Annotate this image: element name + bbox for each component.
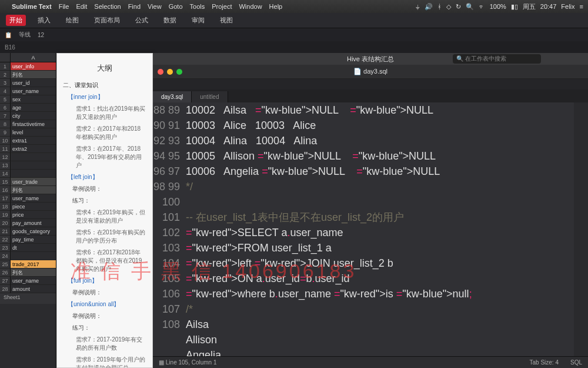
- row-header[interactable]: 10: [0, 137, 11, 145]
- ribbon-tab-view[interactable]: 视图: [216, 15, 236, 26]
- outline-item[interactable]: 需求8：2019年每个用户的支付和退款金额汇总: [57, 354, 152, 368]
- row-header[interactable]: 3: [0, 79, 11, 87]
- cell[interactable]: 列名: [11, 71, 56, 79]
- cell[interactable]: user_trade: [11, 178, 56, 186]
- cell[interactable]: user_name: [11, 277, 56, 285]
- menu-find[interactable]: Find: [128, 3, 141, 10]
- status-language[interactable]: SQL: [570, 359, 582, 366]
- row-header[interactable]: 4: [0, 87, 11, 95]
- cell[interactable]: [11, 153, 56, 161]
- table-row[interactable]: 24: [0, 252, 56, 260]
- table-row[interactable]: 3user_id: [0, 79, 56, 87]
- cell[interactable]: age: [11, 104, 56, 112]
- tab-day3[interactable]: day3.sql: [153, 91, 192, 102]
- table-row[interactable]: 7city: [0, 112, 56, 120]
- outline-item[interactable]: 练习：: [57, 322, 152, 334]
- volume-icon[interactable]: 🔊: [425, 3, 433, 11]
- row-header[interactable]: 22: [0, 236, 11, 244]
- row-header[interactable]: 21: [0, 227, 11, 236]
- menu-tools[interactable]: Tools: [190, 3, 205, 10]
- row-header[interactable]: 14: [0, 170, 11, 178]
- bluetooth-icon[interactable]: ᚼ: [437, 3, 442, 10]
- row-header[interactable]: 15: [0, 178, 11, 186]
- minimap[interactable]: [574, 102, 588, 356]
- cell[interactable]: [11, 161, 56, 170]
- outline-item[interactable]: 练习：: [57, 195, 152, 207]
- cell[interactable]: dt: [11, 244, 56, 252]
- row-header[interactable]: 18: [0, 203, 11, 211]
- table-row[interactable]: 22pay_time: [0, 236, 56, 244]
- wifi2-icon[interactable]: ᯤ: [479, 3, 485, 10]
- outline-item[interactable]: 需求7：2017-2019年有交易的所有用户数: [57, 334, 152, 354]
- menu-selection[interactable]: Selection: [94, 3, 121, 10]
- table-row[interactable]: 19price: [0, 211, 56, 219]
- row-header[interactable]: 20: [0, 219, 11, 227]
- row-header[interactable]: 11: [0, 145, 11, 153]
- select-all-corner[interactable]: [0, 53, 11, 62]
- cell[interactable]: pay_time: [11, 236, 56, 244]
- menu-project[interactable]: Project: [212, 3, 232, 10]
- ribbon-tab-data[interactable]: 数据: [160, 15, 180, 26]
- outline-item[interactable]: 二、课堂知识: [57, 79, 152, 91]
- battery-icon[interactable]: ▮▯: [511, 3, 518, 11]
- row-header[interactable]: 12: [0, 153, 11, 161]
- table-row[interactable]: 9level: [0, 128, 56, 137]
- outline-item[interactable]: 【inner join】: [57, 91, 152, 103]
- menu-window[interactable]: Window: [239, 3, 262, 10]
- row-header[interactable]: 7: [0, 112, 11, 120]
- cell[interactable]: sex: [11, 95, 56, 104]
- spotlight-icon[interactable]: 🔍: [466, 3, 474, 11]
- code-content[interactable]: 10002 Ailsa ="kw-blue">NULL ="kw-blue">N…: [186, 102, 574, 356]
- ribbon-tab-insert[interactable]: 插入: [34, 15, 54, 26]
- outline-item[interactable]: 需求3：在2017年、2018年、2019年都有交易的用户: [57, 143, 152, 171]
- cell[interactable]: 列名: [11, 186, 56, 194]
- row-header[interactable]: 27: [0, 277, 11, 285]
- paste-icon[interactable]: 📋: [5, 32, 12, 38]
- menu-edit[interactable]: Edit: [76, 3, 87, 10]
- ribbon-tab-review[interactable]: 审阅: [188, 15, 208, 26]
- user-label[interactable]: Felix: [561, 3, 574, 10]
- row-header[interactable]: 1: [0, 62, 11, 71]
- row-header[interactable]: 17: [0, 194, 11, 203]
- table-row[interactable]: 16列名: [0, 186, 56, 194]
- tab-untitled[interactable]: untitled: [192, 91, 228, 102]
- ribbon-tab-formula[interactable]: 公式: [132, 15, 152, 26]
- table-row[interactable]: 4user_name: [0, 87, 56, 95]
- table-row[interactable]: 14: [0, 170, 56, 178]
- cell[interactable]: extra1: [11, 137, 56, 145]
- table-row[interactable]: 12: [0, 153, 56, 161]
- zoom-icon[interactable]: [176, 69, 182, 75]
- table-row[interactable]: 23dt: [0, 244, 56, 252]
- row-header[interactable]: 5: [0, 95, 11, 104]
- row-header[interactable]: 26: [0, 268, 11, 277]
- row-header[interactable]: 28: [0, 285, 11, 293]
- menu-file[interactable]: File: [59, 3, 69, 10]
- outline-item[interactable]: 【union&union all】: [57, 299, 152, 310]
- wifi-icon[interactable]: ⏚: [416, 3, 420, 10]
- dropbox-icon[interactable]: ◇: [446, 3, 451, 11]
- cell[interactable]: [11, 252, 56, 260]
- outline-item[interactable]: 需求1：找出在2019年购买后又退款的用户: [57, 103, 152, 123]
- row-header[interactable]: 2: [0, 71, 11, 79]
- menu-goto[interactable]: Goto: [169, 3, 183, 10]
- table-row[interactable]: 6age: [0, 104, 56, 112]
- outline-item[interactable]: 需求4：在2019年购买，但是没有退款的用户: [57, 207, 152, 227]
- cell[interactable]: firstactivetime: [11, 120, 56, 128]
- ribbon-tab-layout[interactable]: 页面布局: [91, 15, 123, 26]
- table-row[interactable]: 10extra1: [0, 137, 56, 145]
- table-row[interactable]: 13: [0, 161, 56, 170]
- outline-item[interactable]: 【full join】: [57, 275, 152, 287]
- outline-item[interactable]: 需求5：在2019年有购买的用户的学历分布: [57, 227, 152, 247]
- sheet-tab[interactable]: Sheet1: [0, 293, 56, 304]
- ribbon-tab-draw[interactable]: 绘图: [62, 15, 82, 26]
- font-size[interactable]: 12: [38, 32, 44, 38]
- table-row[interactable]: 5sex: [0, 95, 56, 104]
- cell[interactable]: [11, 170, 56, 178]
- row-header[interactable]: 6: [0, 104, 11, 112]
- outline-item[interactable]: 需求6：在2017和2018年都购买，但是没有在2019年购买的用户: [57, 247, 152, 275]
- status-tab-size[interactable]: Tab Size: 4: [530, 359, 559, 366]
- table-row[interactable]: 27user_name: [0, 277, 56, 285]
- row-header[interactable]: 16: [0, 186, 11, 194]
- row-header[interactable]: 23: [0, 244, 11, 252]
- table-row[interactable]: 25trade_2017: [0, 260, 56, 268]
